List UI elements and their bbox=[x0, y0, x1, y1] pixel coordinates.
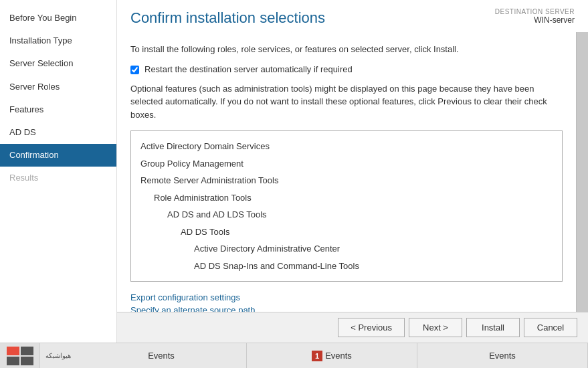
scrollbar-panel[interactable] bbox=[576, 32, 588, 312]
feature-item: Remote Server Administration Tools bbox=[140, 172, 553, 189]
events-section-middle[interactable]: 1 Events bbox=[247, 343, 417, 368]
sidebar-item-server-selection[interactable]: Server Selection bbox=[0, 52, 116, 75]
sidebar-item-features[interactable]: Features bbox=[0, 98, 116, 121]
feature-item: Active Directory Domain Services bbox=[140, 138, 553, 155]
cancel-button[interactable]: Cancel bbox=[524, 318, 577, 337]
logo-tr bbox=[21, 347, 33, 355]
logo-br bbox=[21, 357, 33, 365]
events-section-right[interactable]: Events bbox=[417, 343, 588, 368]
instruction-text: To install the following roles, role ser… bbox=[130, 43, 563, 56]
feature-item: Role Administration Tools bbox=[140, 189, 553, 207]
feature-item: AD DS Snap-Ins and Command-Line Tools bbox=[140, 258, 553, 275]
logo-icon bbox=[7, 347, 33, 365]
alt-source-link[interactable]: Specify an alternate source path bbox=[130, 305, 563, 312]
logo-bl bbox=[7, 357, 19, 365]
feature-item: Group Policy Management bbox=[140, 155, 553, 173]
events-label-left: Events bbox=[148, 351, 175, 361]
sidebar-item-confirmation[interactable]: Confirmation bbox=[0, 144, 116, 167]
export-links: Export configuration settings Specify an… bbox=[130, 292, 563, 312]
sidebar-item-server-roles[interactable]: Server Roles bbox=[0, 76, 116, 98]
sidebar-item-installation-type[interactable]: Installation Type bbox=[0, 29, 116, 52]
auto-restart-row: Restart the destination server automatic… bbox=[130, 64, 563, 74]
feature-item: Active Directory Administrative Center bbox=[140, 240, 553, 258]
events-label-middle: Events bbox=[325, 351, 352, 361]
taskbar: هیوا‌شبکه Events 1 Events Events bbox=[0, 343, 588, 368]
features-box: Active Directory Domain Services Group P… bbox=[130, 130, 563, 282]
auto-restart-checkbox[interactable] bbox=[130, 66, 139, 74]
next-button[interactable]: Next > bbox=[409, 318, 462, 337]
footer: < Previous Next > Install Cancel bbox=[117, 312, 588, 343]
events-label-right: Events bbox=[489, 351, 516, 361]
export-config-link[interactable]: Export configuration settings bbox=[130, 292, 563, 302]
page-title: Confirm installation selections bbox=[130, 9, 454, 27]
sidebar-item-before-you-begin[interactable]: Before You Begin bbox=[0, 7, 116, 29]
optional-text: Optional features (such as administratio… bbox=[130, 82, 563, 122]
taskbar-brand-text: هیوا‌شبکه bbox=[40, 343, 76, 368]
sidebar-item-results: Results bbox=[0, 167, 116, 189]
sidebar: Before You Begin Installation Type Serve… bbox=[0, 0, 117, 343]
feature-item: AD DS Tools bbox=[140, 223, 553, 241]
main-content: To install the following roles, role ser… bbox=[117, 32, 576, 312]
destination-server-info: DESTINATION SERVER WIN-server bbox=[495, 8, 575, 25]
page-header: Confirm installation selections DESTINAT… bbox=[117, 0, 588, 32]
events-section-left[interactable]: Events bbox=[76, 343, 247, 368]
feature-item: AD DS and AD LDS Tools bbox=[140, 206, 553, 223]
sidebar-item-ad-ds[interactable]: AD DS bbox=[0, 121, 116, 144]
previous-button[interactable]: < Previous bbox=[338, 318, 405, 337]
events-badge: 1 bbox=[312, 351, 322, 361]
auto-restart-label[interactable]: Restart the destination server automatic… bbox=[144, 64, 353, 74]
install-button[interactable]: Install bbox=[466, 318, 520, 337]
dest-server-label: DESTINATION SERVER bbox=[495, 8, 575, 15]
taskbar-logo bbox=[0, 343, 40, 368]
dest-server-name: WIN-server bbox=[495, 15, 575, 25]
taskbar-events-container: Events 1 Events Events bbox=[76, 343, 588, 368]
logo-tl bbox=[7, 347, 19, 355]
